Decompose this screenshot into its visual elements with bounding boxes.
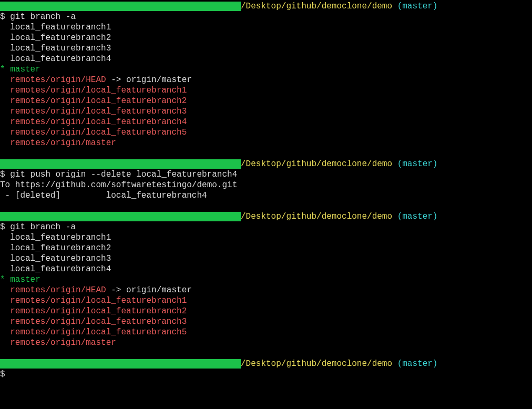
remote-branch-ref: -> origin/master (106, 75, 192, 85)
blank-line (0, 348, 532, 359)
prompt-dollar: $ (0, 170, 10, 179)
prompt-bar (0, 359, 241, 369)
prompt-dollar: $ (0, 370, 10, 379)
prompt-line: /Desktop/github/democlone/demo (master) (0, 159, 532, 169)
prompt-dollar: $ (0, 222, 10, 232)
current-branch-marker: * (0, 65, 10, 74)
branch-line: remotes/origin/local_featurebranch2 (0, 96, 532, 106)
prompt-line: /Desktop/github/democlone/demo (master) (0, 1, 532, 12)
remote-branch: remotes/origin/local_featurebranch3 (0, 107, 187, 116)
current-branch: master (10, 65, 40, 74)
remote-branch: remotes/origin/HEAD (0, 285, 106, 295)
branch-line: local_featurebranch1 (0, 22, 532, 33)
branch-line: remotes/origin/local_featurebranch2 (0, 306, 532, 316)
local-branch: local_featurebranch1 (0, 233, 111, 242)
branch-line: remotes/origin/local_featurebranch3 (0, 316, 532, 327)
current-branch-marker: * (0, 275, 10, 284)
remote-branch: remotes/origin/local_featurebranch5 (0, 328, 187, 337)
current-branch: master (10, 275, 40, 284)
prompt-branch: (master) (397, 359, 438, 369)
output-line: - [deleted] local_featurebranch4 (0, 190, 532, 201)
branch-line: local_featurebranch4 (0, 264, 532, 274)
remote-branch: remotes/origin/local_featurebranch1 (0, 86, 187, 95)
prompt-path: /Desktop/github/democlone/demo (241, 2, 397, 11)
branch-line: local_featurebranch2 (0, 243, 532, 253)
remote-branch: remotes/origin/master (0, 138, 116, 148)
remote-branch: remotes/origin/master (0, 338, 116, 347)
command-line[interactable]: $ git branch -a (0, 222, 532, 232)
remote-branch: remotes/origin/local_featurebranch1 (0, 296, 187, 305)
local-branch: local_featurebranch2 (0, 33, 111, 43)
remote-branch: remotes/origin/local_featurebranch4 (0, 117, 187, 127)
prompt-branch: (master) (397, 2, 438, 11)
remote-branch: remotes/origin/local_featurebranch3 (0, 317, 187, 326)
prompt-dollar: $ (0, 12, 10, 22)
blank-line (0, 148, 532, 159)
branch-line: local_featurebranch3 (0, 43, 532, 54)
prompt-path: /Desktop/github/democlone/demo (241, 359, 397, 369)
branch-line: remotes/origin/local_featurebranch5 (0, 127, 532, 138)
branch-line: * master (0, 64, 532, 75)
remote-branch: remotes/origin/local_featurebranch5 (0, 128, 187, 137)
output-text: To https://github.com/softwaretestingo/d… (0, 180, 237, 190)
local-branch: local_featurebranch2 (0, 243, 111, 253)
branch-line: remotes/origin/local_featurebranch5 (0, 327, 532, 338)
prompt-bar (0, 159, 241, 169)
remote-branch: remotes/origin/local_featurebranch2 (0, 306, 187, 316)
command-text[interactable]: git branch -a (10, 12, 76, 22)
prompt-branch: (master) (397, 159, 438, 169)
prompt-bar (0, 212, 241, 221)
branch-line: * master (0, 274, 532, 285)
prompt-path: /Desktop/github/democlone/demo (241, 212, 397, 221)
remote-branch: remotes/origin/HEAD (0, 75, 106, 85)
output-text: - [deleted] local_featurebranch4 (0, 191, 207, 200)
local-branch: local_featurebranch1 (0, 23, 111, 32)
local-branch: local_featurebranch4 (0, 264, 111, 274)
branch-line: remotes/origin/master (0, 338, 532, 348)
local-branch: local_featurebranch4 (0, 54, 111, 64)
branch-line: remotes/origin/HEAD -> origin/master (0, 75, 532, 85)
local-branch: local_featurebranch3 (0, 254, 111, 263)
prompt-bar (0, 2, 241, 11)
command-line[interactable]: $ git push origin --delete local_feature… (0, 169, 532, 180)
prompt-line: /Desktop/github/democlone/demo (master) (0, 359, 532, 369)
branch-line: remotes/origin/local_featurebranch4 (0, 117, 532, 127)
remote-branch-ref: -> origin/master (106, 285, 192, 295)
branch-line: local_featurebranch1 (0, 232, 532, 243)
branch-line: remotes/origin/local_featurebranch1 (0, 85, 532, 96)
branch-line: remotes/origin/local_featurebranch3 (0, 106, 532, 117)
branch-line: remotes/origin/local_featurebranch1 (0, 295, 532, 306)
prompt-branch: (master) (397, 212, 438, 221)
command-line[interactable]: $ git branch -a (0, 12, 532, 22)
command-line[interactable]: $ (0, 369, 532, 380)
branch-line: remotes/origin/master (0, 138, 532, 148)
remote-branch: remotes/origin/local_featurebranch2 (0, 96, 187, 106)
branch-line: local_featurebranch4 (0, 54, 532, 64)
command-text[interactable]: git push origin --delete local_featurebr… (10, 170, 237, 179)
local-branch: local_featurebranch3 (0, 44, 111, 53)
output-line: To https://github.com/softwaretestingo/d… (0, 180, 532, 190)
branch-line: remotes/origin/HEAD -> origin/master (0, 285, 532, 295)
command-text[interactable]: git branch -a (10, 222, 76, 232)
blank-line (0, 201, 532, 211)
terminal[interactable]: /Desktop/github/democlone/demo (master)$… (0, 1, 532, 380)
prompt-path: /Desktop/github/democlone/demo (241, 159, 397, 169)
prompt-line: /Desktop/github/democlone/demo (master) (0, 211, 532, 222)
branch-line: local_featurebranch2 (0, 33, 532, 43)
branch-line: local_featurebranch3 (0, 253, 532, 264)
